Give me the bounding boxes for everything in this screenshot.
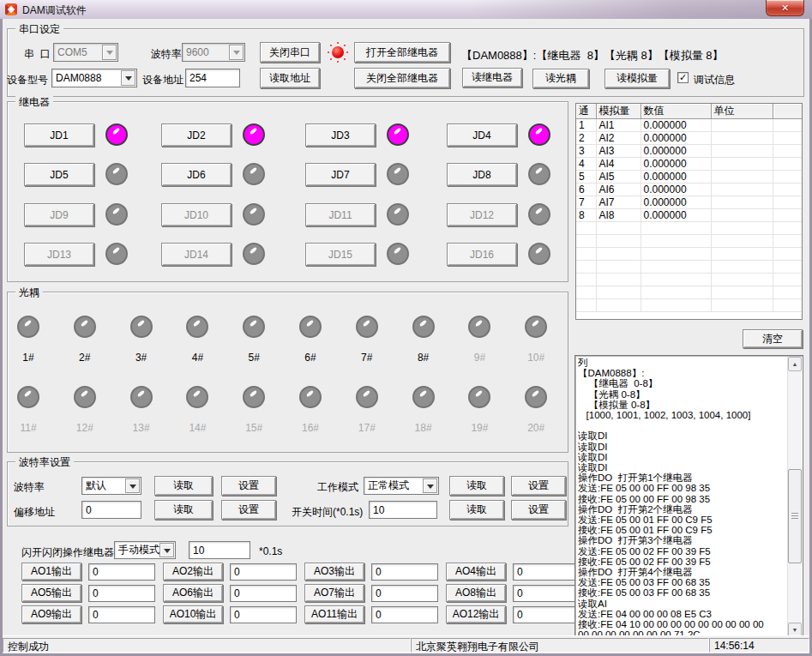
chevron-down-icon bbox=[229, 45, 244, 60]
opto-label-11: 11# bbox=[17, 422, 39, 434]
table-row: 1AI10.000000 bbox=[576, 119, 802, 132]
ao-output-button-6[interactable]: AO6输出 bbox=[163, 584, 223, 602]
ao-output-value-9[interactable]: 0 bbox=[88, 606, 155, 623]
scroll-up-icon[interactable]: ▲ bbox=[788, 357, 802, 371]
device-model-select[interactable]: DAM0888 bbox=[51, 69, 137, 87]
relay-button-jd3[interactable]: JD3 bbox=[305, 123, 376, 147]
switch-time-read-button[interactable]: 读取 bbox=[449, 500, 504, 520]
close-all-relays-button[interactable]: 关闭全部继电器 bbox=[354, 68, 450, 88]
relay-button-jd7[interactable]: JD7 bbox=[305, 163, 376, 186]
open-all-relays-button[interactable]: 打开全部继电器 bbox=[354, 42, 450, 63]
status-time: 14:56:14 bbox=[709, 638, 809, 653]
device-address-label: 设备地址 bbox=[142, 73, 183, 87]
read-opto-button[interactable]: 读光耦 bbox=[532, 69, 589, 88]
ao-output-value-10[interactable]: 0 bbox=[230, 606, 297, 623]
relay-led-jd5 bbox=[105, 163, 128, 185]
ao-output-button-2[interactable]: AO2输出 bbox=[163, 563, 223, 581]
ao-output-button-4[interactable]: AO4输出 bbox=[446, 563, 506, 581]
ao-output-value-3[interactable]: 0 bbox=[371, 563, 438, 581]
switch-time-set-button[interactable]: 设置 bbox=[511, 500, 566, 520]
serial-group-title: 串口设定 bbox=[15, 22, 63, 37]
ao-output-button-10[interactable]: AO10输出 bbox=[163, 605, 223, 623]
relay-led-jd12 bbox=[528, 203, 550, 226]
relay-led-jd1 bbox=[105, 123, 128, 146]
relay-button-jd5[interactable]: JD5 bbox=[24, 163, 94, 186]
offset-address-input[interactable]: 0 bbox=[81, 501, 141, 519]
serial-port-select: COM5 bbox=[53, 43, 118, 62]
workmode-set-button[interactable]: 设置 bbox=[511, 476, 566, 496]
status-message: 控制成功 bbox=[3, 638, 411, 653]
ao-output-button-9[interactable]: AO9输出 bbox=[21, 605, 81, 623]
ao-output-button-7[interactable]: AO7输出 bbox=[304, 584, 364, 602]
chevron-down-icon bbox=[159, 543, 174, 557]
log-scrollbar[interactable]: ▲ ▼ bbox=[787, 357, 802, 637]
app-window: DAM调试软件 ✕ 串口设定 串 口 COM5 波特率 9600 关闭串口 打开… bbox=[0, 0, 812, 656]
baud-set-button[interactable]: 设置 bbox=[221, 476, 276, 496]
ao-output-value-2[interactable]: 0 bbox=[230, 563, 297, 581]
table-row bbox=[576, 286, 802, 299]
workmode-read-button[interactable]: 读取 bbox=[449, 476, 504, 496]
ao-output-value-5[interactable]: 0 bbox=[88, 585, 155, 602]
opto-led-1 bbox=[17, 316, 39, 338]
relay-led-jd16 bbox=[528, 243, 550, 265]
device-address-input[interactable]: 254 bbox=[185, 69, 240, 87]
opto-led-8 bbox=[412, 316, 435, 338]
close-serial-button[interactable]: 关闭串口 bbox=[260, 42, 320, 63]
table-row bbox=[576, 248, 802, 261]
opto-led-13 bbox=[130, 386, 153, 408]
scrollbar-thumb[interactable] bbox=[788, 469, 802, 563]
switch-time-input[interactable]: 10 bbox=[369, 501, 437, 519]
ao-output-button-8[interactable]: AO8输出 bbox=[446, 584, 506, 602]
table-row: 5AI50.000000 bbox=[576, 171, 802, 184]
close-button[interactable]: ✕ bbox=[766, 0, 804, 16]
table-row: 6AI60.000000 bbox=[576, 184, 802, 196]
opto-led-7 bbox=[356, 316, 378, 338]
relay-led-jd11 bbox=[387, 203, 409, 226]
debug-info-label: 调试信息 bbox=[694, 73, 735, 87]
offset-set-button[interactable]: 设置 bbox=[221, 500, 276, 520]
ao-output-value-1[interactable]: 0 bbox=[88, 563, 155, 581]
analog-cell: 0.000000 bbox=[641, 196, 711, 209]
flash-time-input[interactable]: 10 bbox=[189, 541, 250, 559]
opto-led-5 bbox=[243, 316, 265, 338]
chevron-down-icon bbox=[125, 478, 140, 493]
analog-table-header: 数值 bbox=[641, 104, 711, 119]
ao-output-button-12[interactable]: AO12输出 bbox=[446, 605, 506, 623]
opto-label-7: 7# bbox=[356, 352, 378, 364]
relay-button-jd4[interactable]: JD4 bbox=[447, 123, 517, 147]
ao-output-value-12[interactable]: 0 bbox=[513, 606, 580, 623]
read-analog-button[interactable]: 读模拟量 bbox=[604, 69, 670, 88]
ao-output-value-6[interactable]: 0 bbox=[230, 585, 297, 602]
baud-select[interactable]: 默认 bbox=[81, 477, 141, 495]
ao-output-value-8[interactable]: 0 bbox=[513, 585, 580, 602]
clear-button[interactable]: 清空 bbox=[743, 329, 803, 348]
read-relay-button[interactable]: 读继电器 bbox=[462, 68, 522, 87]
relay-button-jd1[interactable]: JD1 bbox=[24, 123, 94, 147]
relay-button-jd2[interactable]: JD2 bbox=[161, 123, 232, 147]
ao-output-button-5[interactable]: AO5输出 bbox=[21, 584, 81, 602]
ao-output-button-11[interactable]: AO11输出 bbox=[304, 605, 364, 623]
switch-time-label: 开关时间(*0.1s) bbox=[292, 505, 363, 520]
opto-led-3 bbox=[130, 316, 153, 338]
opto-label-18: 18# bbox=[412, 422, 435, 434]
read-address-button[interactable]: 读取地址 bbox=[260, 68, 320, 88]
relay-button-jd8[interactable]: JD8 bbox=[447, 163, 517, 186]
relay-button-jd13: JD13 bbox=[24, 243, 94, 266]
ao-output-button-3[interactable]: AO3输出 bbox=[304, 563, 364, 581]
ao-output-value-4[interactable]: 0 bbox=[513, 563, 580, 581]
opto-label-13: 13# bbox=[130, 422, 153, 434]
table-row: 2AI20.000000 bbox=[576, 132, 802, 145]
relay-button-jd6[interactable]: JD6 bbox=[161, 163, 232, 186]
ao-output-button-1[interactable]: AO1输出 bbox=[21, 563, 81, 581]
analog-cell bbox=[711, 145, 773, 158]
flash-mode-select[interactable]: 手动模式 bbox=[114, 541, 176, 559]
ao-output-value-11[interactable]: 0 bbox=[371, 606, 438, 623]
baud-read-button[interactable]: 读取 bbox=[154, 476, 213, 496]
table-row bbox=[576, 299, 802, 312]
ao-output-value-7[interactable]: 0 bbox=[371, 585, 438, 602]
debug-info-checkbox[interactable]: ✓ bbox=[677, 72, 689, 83]
analog-cell bbox=[711, 158, 773, 171]
workmode-select[interactable]: 正常模式 bbox=[364, 477, 439, 495]
offset-read-button[interactable]: 读取 bbox=[154, 500, 213, 520]
opto-led-20 bbox=[525, 386, 547, 408]
